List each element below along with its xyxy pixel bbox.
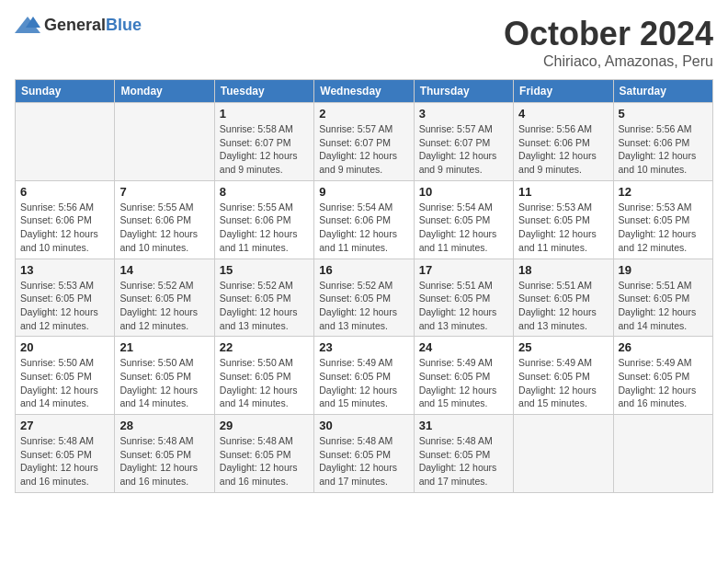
week-row-1: 1Sunrise: 5:58 AM Sunset: 6:07 PM Daylig… bbox=[16, 103, 713, 181]
calendar-cell: 21Sunrise: 5:50 AM Sunset: 6:05 PM Dayli… bbox=[115, 337, 214, 415]
day-number: 18 bbox=[518, 263, 608, 277]
weekday-header-row: SundayMondayTuesdayWednesdayThursdayFrid… bbox=[16, 80, 713, 103]
calendar-table: SundayMondayTuesdayWednesdayThursdayFrid… bbox=[15, 79, 713, 493]
day-detail: Sunrise: 5:48 AM Sunset: 6:05 PM Dayligh… bbox=[220, 434, 309, 488]
calendar-cell: 9Sunrise: 5:54 AM Sunset: 6:06 PM Daylig… bbox=[314, 180, 414, 259]
calendar-cell: 8Sunrise: 5:55 AM Sunset: 6:06 PM Daylig… bbox=[214, 180, 313, 259]
day-detail: Sunrise: 5:52 AM Sunset: 6:05 PM Dayligh… bbox=[319, 279, 408, 333]
calendar-cell: 20Sunrise: 5:50 AM Sunset: 6:05 PM Dayli… bbox=[16, 337, 115, 415]
day-detail: Sunrise: 5:48 AM Sunset: 6:05 PM Dayligh… bbox=[119, 434, 209, 488]
day-number: 22 bbox=[220, 340, 309, 354]
day-detail: Sunrise: 5:58 AM Sunset: 6:07 PM Dayligh… bbox=[220, 122, 309, 177]
day-detail: Sunrise: 5:51 AM Sunset: 6:05 PM Dayligh… bbox=[619, 279, 708, 333]
day-number: 21 bbox=[119, 340, 209, 354]
day-number: 19 bbox=[619, 263, 708, 277]
calendar-cell bbox=[613, 415, 712, 493]
weekday-header-monday: Monday bbox=[115, 80, 214, 103]
day-number: 11 bbox=[518, 185, 608, 199]
day-number: 26 bbox=[619, 340, 708, 354]
day-detail: Sunrise: 5:52 AM Sunset: 6:05 PM Dayligh… bbox=[119, 279, 209, 333]
calendar-cell: 10Sunrise: 5:54 AM Sunset: 6:05 PM Dayli… bbox=[414, 180, 513, 259]
day-number: 15 bbox=[220, 263, 309, 277]
day-number: 27 bbox=[20, 419, 109, 432]
week-row-4: 20Sunrise: 5:50 AM Sunset: 6:05 PM Dayli… bbox=[16, 337, 713, 415]
week-row-5: 27Sunrise: 5:48 AM Sunset: 6:05 PM Dayli… bbox=[16, 415, 713, 493]
day-detail: Sunrise: 5:54 AM Sunset: 6:05 PM Dayligh… bbox=[419, 201, 508, 255]
day-number: 25 bbox=[518, 340, 608, 354]
day-number: 5 bbox=[619, 107, 708, 121]
title-area: October 2024 Chiriaco, Amazonas, Peru bbox=[504, 15, 713, 70]
day-number: 28 bbox=[119, 419, 209, 432]
weekday-header-sunday: Sunday bbox=[16, 80, 115, 103]
day-number: 12 bbox=[619, 185, 708, 199]
calendar-cell: 25Sunrise: 5:49 AM Sunset: 6:05 PM Dayli… bbox=[514, 337, 613, 415]
calendar-cell: 23Sunrise: 5:49 AM Sunset: 6:05 PM Dayli… bbox=[314, 337, 414, 415]
day-detail: Sunrise: 5:49 AM Sunset: 6:05 PM Dayligh… bbox=[619, 356, 708, 410]
calendar-cell: 13Sunrise: 5:53 AM Sunset: 6:05 PM Dayli… bbox=[16, 259, 115, 337]
week-row-3: 13Sunrise: 5:53 AM Sunset: 6:05 PM Dayli… bbox=[16, 259, 713, 337]
header: GeneralBlue October 2024 Chiriaco, Amazo… bbox=[15, 15, 713, 70]
day-number: 17 bbox=[419, 263, 508, 277]
weekday-header-thursday: Thursday bbox=[414, 80, 513, 103]
calendar-cell: 1Sunrise: 5:58 AM Sunset: 6:07 PM Daylig… bbox=[214, 103, 313, 181]
day-detail: Sunrise: 5:48 AM Sunset: 6:05 PM Dayligh… bbox=[319, 434, 408, 488]
calendar-cell: 18Sunrise: 5:51 AM Sunset: 6:05 PM Dayli… bbox=[514, 259, 613, 337]
day-detail: Sunrise: 5:50 AM Sunset: 6:05 PM Dayligh… bbox=[119, 356, 209, 410]
logo-icon bbox=[15, 15, 40, 35]
day-number: 16 bbox=[319, 263, 408, 277]
day-number: 14 bbox=[119, 263, 209, 277]
day-number: 31 bbox=[419, 419, 508, 432]
day-detail: Sunrise: 5:54 AM Sunset: 6:06 PM Dayligh… bbox=[319, 201, 408, 255]
day-number: 3 bbox=[419, 107, 508, 121]
day-detail: Sunrise: 5:53 AM Sunset: 6:05 PM Dayligh… bbox=[619, 201, 708, 255]
day-detail: Sunrise: 5:51 AM Sunset: 6:05 PM Dayligh… bbox=[518, 279, 608, 333]
calendar-cell: 29Sunrise: 5:48 AM Sunset: 6:05 PM Dayli… bbox=[214, 415, 313, 493]
logo-general-text: General bbox=[44, 16, 106, 34]
day-detail: Sunrise: 5:53 AM Sunset: 6:05 PM Dayligh… bbox=[518, 201, 608, 255]
weekday-header-tuesday: Tuesday bbox=[214, 80, 313, 103]
calendar-cell: 24Sunrise: 5:49 AM Sunset: 6:05 PM Dayli… bbox=[414, 337, 513, 415]
day-number: 23 bbox=[319, 340, 408, 354]
day-number: 29 bbox=[220, 419, 309, 432]
calendar-cell: 22Sunrise: 5:50 AM Sunset: 6:05 PM Dayli… bbox=[214, 337, 313, 415]
calendar-cell bbox=[115, 103, 214, 181]
day-detail: Sunrise: 5:56 AM Sunset: 6:06 PM Dayligh… bbox=[619, 122, 708, 177]
day-number: 1 bbox=[220, 107, 309, 121]
day-detail: Sunrise: 5:57 AM Sunset: 6:07 PM Dayligh… bbox=[319, 122, 408, 177]
calendar-cell: 27Sunrise: 5:48 AM Sunset: 6:05 PM Dayli… bbox=[16, 415, 115, 493]
day-detail: Sunrise: 5:51 AM Sunset: 6:05 PM Dayligh… bbox=[419, 279, 508, 333]
calendar-cell: 5Sunrise: 5:56 AM Sunset: 6:06 PM Daylig… bbox=[613, 103, 712, 181]
calendar-cell: 4Sunrise: 5:56 AM Sunset: 6:06 PM Daylig… bbox=[514, 103, 613, 181]
calendar-cell: 14Sunrise: 5:52 AM Sunset: 6:05 PM Dayli… bbox=[115, 259, 214, 337]
weekday-header-wednesday: Wednesday bbox=[314, 80, 414, 103]
calendar-cell: 28Sunrise: 5:48 AM Sunset: 6:05 PM Dayli… bbox=[115, 415, 214, 493]
day-detail: Sunrise: 5:48 AM Sunset: 6:05 PM Dayligh… bbox=[419, 434, 508, 488]
day-number: 4 bbox=[518, 107, 608, 121]
day-detail: Sunrise: 5:55 AM Sunset: 6:06 PM Dayligh… bbox=[119, 201, 209, 255]
calendar-cell: 26Sunrise: 5:49 AM Sunset: 6:05 PM Dayli… bbox=[613, 337, 712, 415]
calendar-cell: 15Sunrise: 5:52 AM Sunset: 6:05 PM Dayli… bbox=[214, 259, 313, 337]
day-detail: Sunrise: 5:49 AM Sunset: 6:05 PM Dayligh… bbox=[319, 356, 408, 410]
day-detail: Sunrise: 5:56 AM Sunset: 6:06 PM Dayligh… bbox=[518, 122, 608, 177]
weekday-header-friday: Friday bbox=[514, 80, 613, 103]
calendar-cell: 7Sunrise: 5:55 AM Sunset: 6:06 PM Daylig… bbox=[115, 180, 214, 259]
day-detail: Sunrise: 5:48 AM Sunset: 6:05 PM Dayligh… bbox=[20, 434, 109, 488]
calendar-cell: 31Sunrise: 5:48 AM Sunset: 6:05 PM Dayli… bbox=[414, 415, 513, 493]
day-detail: Sunrise: 5:50 AM Sunset: 6:05 PM Dayligh… bbox=[220, 356, 309, 410]
day-number: 8 bbox=[220, 185, 309, 199]
calendar-cell: 19Sunrise: 5:51 AM Sunset: 6:05 PM Dayli… bbox=[613, 259, 712, 337]
calendar-cell bbox=[514, 415, 613, 493]
day-number: 9 bbox=[319, 185, 408, 199]
calendar-cell: 3Sunrise: 5:57 AM Sunset: 6:07 PM Daylig… bbox=[414, 103, 513, 181]
calendar-cell: 30Sunrise: 5:48 AM Sunset: 6:05 PM Dayli… bbox=[314, 415, 414, 493]
day-detail: Sunrise: 5:57 AM Sunset: 6:07 PM Dayligh… bbox=[419, 122, 508, 177]
calendar-cell: 12Sunrise: 5:53 AM Sunset: 6:05 PM Dayli… bbox=[613, 180, 712, 259]
day-number: 13 bbox=[20, 263, 109, 277]
day-detail: Sunrise: 5:49 AM Sunset: 6:05 PM Dayligh… bbox=[419, 356, 508, 410]
day-number: 7 bbox=[119, 185, 209, 199]
day-detail: Sunrise: 5:52 AM Sunset: 6:05 PM Dayligh… bbox=[220, 279, 309, 333]
calendar-cell: 2Sunrise: 5:57 AM Sunset: 6:07 PM Daylig… bbox=[314, 103, 414, 181]
location-title: Chiriaco, Amazonas, Peru bbox=[504, 53, 713, 70]
weekday-header-saturday: Saturday bbox=[613, 80, 712, 103]
day-number: 30 bbox=[319, 419, 408, 432]
